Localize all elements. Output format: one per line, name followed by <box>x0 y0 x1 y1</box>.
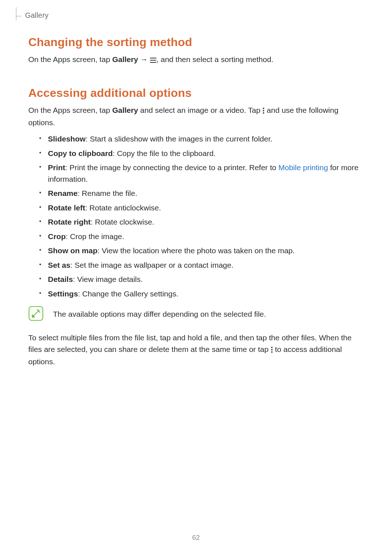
text-fragment: , and then select a sorting method. <box>156 55 273 63</box>
paragraph-sorting-method: On the Apps screen, tap Gallery → , and … <box>28 54 364 66</box>
page-content: Changing the sorting method On the Apps … <box>0 0 392 368</box>
option-desc: : Rename the file. <box>78 189 138 197</box>
option-term: Copy to clipboard <box>48 149 113 157</box>
svg-rect-5 <box>263 112 264 114</box>
text-fragment: and select an image or a video. Tap <box>138 106 262 114</box>
svg-rect-7 <box>271 347 272 348</box>
option-desc: : Rotate anticlockwise. <box>85 204 161 212</box>
header-horizontal-rule <box>16 16 21 16</box>
option-desc: : Crop the image. <box>66 232 124 241</box>
link-mobile-printing[interactable]: Mobile printing <box>278 163 328 172</box>
option-term: Show on map <box>48 246 98 255</box>
option-desc: : Rotate clockwise. <box>91 218 154 226</box>
header-section-label: Gallery <box>25 11 49 20</box>
list-item: Print: Print the image by connecting the… <box>39 162 364 185</box>
svg-rect-3 <box>263 108 264 109</box>
note-text: The available options may differ dependi… <box>53 309 266 320</box>
running-header: Gallery <box>16 0 49 20</box>
text-gallery-bold: Gallery <box>112 106 138 114</box>
list-item: Rotate left: Rotate anticlockwise. <box>39 202 364 214</box>
paragraph-additional-intro: On the Apps screen, tap Gallery and sele… <box>28 105 364 128</box>
note-icon <box>28 306 44 323</box>
list-item: Slideshow: Start a slideshow with the im… <box>39 133 364 145</box>
page-number: 62 <box>0 534 392 542</box>
option-term: Rotate right <box>48 218 91 226</box>
heading-sorting-method: Changing the sorting method <box>28 36 364 49</box>
option-desc: : View image details. <box>73 275 143 283</box>
list-item: Set as: Set the image as wallpaper or a … <box>39 259 364 271</box>
svg-rect-9 <box>271 351 272 352</box>
list-menu-icon <box>150 55 156 66</box>
svg-rect-8 <box>271 349 272 350</box>
option-desc: : Copy the file to the clipboard. <box>113 149 216 157</box>
option-desc: : Change the Gallery settings. <box>78 290 179 298</box>
arrow-text: → <box>138 55 150 63</box>
paragraph-multiselect: To select multiple files from the file l… <box>28 332 364 368</box>
list-item: Show on map: View the location where the… <box>39 245 364 257</box>
option-term: Set as <box>48 261 70 269</box>
svg-rect-4 <box>263 110 264 111</box>
option-desc: : Set the image as wallpaper or a contac… <box>70 261 233 269</box>
option-desc: : Start a slideshow with the images in t… <box>86 135 273 143</box>
option-term: Details <box>48 275 73 283</box>
text-gallery-bold: Gallery <box>112 55 138 63</box>
list-item: Rotate right: Rotate clockwise. <box>39 216 364 228</box>
option-desc: : View the location where the photo was … <box>98 246 295 255</box>
option-term: Slideshow <box>48 135 86 143</box>
option-term: Rename <box>48 189 78 197</box>
list-item: Crop: Crop the image. <box>39 231 364 242</box>
option-term: Rotate left <box>48 204 85 212</box>
list-item: Details: View image details. <box>39 274 364 285</box>
option-term: Settings <box>48 290 78 298</box>
text-fragment: On the Apps screen, tap <box>28 106 112 114</box>
note-callout: The available options may differ dependi… <box>28 306 364 323</box>
header-vertical-rule <box>16 7 16 20</box>
option-term: Print <box>48 163 65 172</box>
text-fragment: On the Apps screen, tap <box>28 55 112 63</box>
list-item: Copy to clipboard: Copy the file to the … <box>39 148 364 159</box>
heading-additional-options: Accessing additional options <box>28 86 364 100</box>
list-item: Rename: Rename the file. <box>39 188 364 199</box>
options-list: Slideshow: Start a slideshow with the im… <box>28 133 364 299</box>
option-desc: : Print the image by connecting the devi… <box>65 163 278 172</box>
list-item: Settings: Change the Gallery settings. <box>39 288 364 300</box>
option-term: Crop <box>48 232 66 241</box>
